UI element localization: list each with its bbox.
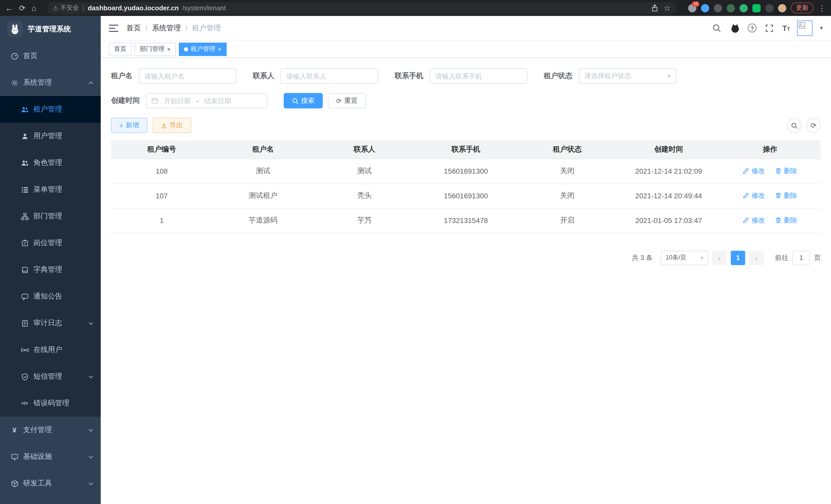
browser-home-icon[interactable]: ⌂	[32, 4, 36, 12]
help-icon[interactable]: ?	[748, 24, 756, 32]
profile-avatar-icon[interactable]	[778, 4, 786, 12]
extension-icon[interactable]	[714, 4, 722, 12]
delete-button[interactable]: 删除	[775, 167, 797, 176]
search-icon[interactable]	[711, 22, 722, 34]
font-size-icon[interactable]: TT	[782, 24, 790, 32]
edit-button[interactable]: 修改	[743, 167, 765, 176]
tab-dept[interactable]: 部门管理 ×	[135, 42, 176, 56]
browser-menu-icon[interactable]: ⋮	[818, 4, 826, 12]
tenant-name-input[interactable]	[139, 68, 236, 84]
table-header-cell: 联系手机	[415, 140, 517, 159]
date-end-input[interactable]	[201, 97, 235, 105]
add-button[interactable]: + 新增	[111, 118, 147, 133]
page-size-select[interactable]: 10条/页 ▾	[661, 250, 708, 265]
avatar[interactable]	[797, 20, 813, 36]
tab-home[interactable]: 首页	[109, 42, 132, 56]
tab-close-icon[interactable]: ×	[167, 46, 171, 52]
address-bar[interactable]: ⚠ 不安全 | dashboard.yudao.iocoder.cn /syst…	[47, 2, 677, 14]
extension-icon[interactable]: 10	[688, 4, 696, 12]
sidebar-item-post[interactable]: 岗位管理	[0, 230, 101, 256]
page-number-button[interactable]: 1	[731, 250, 745, 265]
book-icon	[21, 266, 29, 274]
github-icon[interactable]	[729, 22, 741, 34]
main-area: 首页 / 系统管理 / 租户管理 ?	[101, 16, 831, 504]
sidebar-item-infra[interactable]: 基础设施	[0, 443, 101, 470]
sidebar-item-label: 系统管理	[23, 78, 89, 87]
puzzle-extension-icon[interactable]	[765, 4, 773, 12]
phone-input[interactable]	[430, 68, 527, 84]
sidebar-item-role[interactable]: 角色管理	[0, 149, 101, 176]
sidebar-item-devtools[interactable]: 研发工具	[0, 470, 101, 497]
cell-contact: 测试	[314, 159, 415, 183]
export-button[interactable]: 导出	[152, 118, 191, 133]
contact-input[interactable]	[281, 68, 378, 84]
sidebar-item-dict[interactable]: 字典管理	[0, 256, 101, 283]
message-icon	[21, 292, 29, 301]
edit-button[interactable]: 修改	[743, 191, 765, 200]
tab-tenant[interactable]: 租户管理 ×	[179, 42, 227, 56]
delete-button[interactable]: 删除	[775, 191, 797, 200]
sidebar-item-tenant[interactable]: 租户管理	[0, 96, 101, 123]
page: ← ⟳ ⌂ ⚠ 不安全 | dashboard.yudao.iocoder.cn…	[0, 0, 831, 504]
reset-button[interactable]: ⟳ 重置	[328, 93, 366, 109]
sidebar-item-label: 研发工具	[23, 479, 89, 488]
sidebar-item-label: 首页	[23, 51, 92, 61]
tenant-name-label: 租户名	[111, 71, 133, 81]
browser-back-icon[interactable]: ←	[5, 4, 13, 12]
table-header-cell: 租户状态	[516, 140, 618, 159]
sidebar-item-errorcode[interactable]: </> 错误码管理	[0, 390, 101, 417]
app-header: 首页 / 系统管理 / 租户管理 ?	[101, 16, 831, 40]
extension-icon[interactable]	[701, 4, 709, 12]
cell-phone: 17321315478	[415, 208, 517, 233]
prev-page-button[interactable]: ‹	[712, 250, 727, 265]
cell-phone: 15601691300	[415, 183, 517, 208]
table-header-row: 租户编号 租户名 联系人 联系手机 租户状态 创建时间 操作	[111, 140, 821, 159]
sidebar-item-system[interactable]: 系统管理	[0, 69, 101, 96]
edit-button[interactable]: 修改	[743, 216, 765, 225]
app-title: 芋道管理系统	[28, 25, 71, 34]
extension-icon[interactable]	[727, 4, 735, 12]
sidebar-item-home[interactable]: 首页	[0, 42, 101, 69]
search-icon	[292, 97, 298, 104]
avatar-caret-icon[interactable]: ▾	[820, 25, 823, 31]
chevron-down-icon	[89, 454, 93, 458]
sidebar-item-dept[interactable]: 部门管理	[0, 203, 101, 230]
toggle-search-button[interactable]	[787, 118, 801, 132]
table-header-cell: 联系人	[314, 140, 415, 159]
date-start-input[interactable]	[160, 97, 194, 105]
share-icon[interactable]	[649, 2, 660, 13]
sidebar-item-label: 字典管理	[33, 265, 92, 274]
security-warning[interactable]: ⚠ 不安全	[53, 4, 79, 12]
dashboard-icon	[10, 52, 19, 60]
breadcrumb-system[interactable]: 系统管理	[152, 23, 181, 33]
browser-refresh-icon[interactable]: ⟳	[19, 4, 25, 12]
sidebar-item-label: 在线用户	[33, 345, 92, 355]
fullscreen-icon[interactable]	[764, 22, 775, 34]
extension-icon[interactable]	[752, 4, 761, 12]
tab-close-icon[interactable]: ×	[218, 46, 222, 52]
sidebar-item-payment[interactable]: ¥ 支付管理	[0, 417, 101, 443]
table-row: 107 测试租户 秃头 15601691300 关闭 2021-12-14 20…	[111, 183, 821, 208]
chrome-update-button[interactable]: 更新	[791, 3, 813, 13]
search-button[interactable]: 搜索	[284, 93, 323, 109]
next-page-button[interactable]: ›	[749, 250, 764, 265]
refresh-table-button[interactable]: ⟳	[806, 118, 821, 132]
page-size-value: 10条/页	[665, 253, 700, 262]
sidebar-item-menu[interactable]: 菜单管理	[0, 176, 101, 203]
cell-actions: 修改 删除	[719, 208, 821, 233]
sidebar-item-user[interactable]: 用户管理	[0, 123, 101, 149]
sidebar-collapse-icon[interactable]	[109, 24, 118, 32]
sidebar-item-sms[interactable]: 短信管理	[0, 363, 101, 390]
goto-page-input[interactable]	[793, 250, 810, 265]
status-select[interactable]: 请选择租户状态 ▾	[579, 68, 676, 84]
bookmark-star-icon[interactable]: ☆	[664, 4, 671, 12]
delete-button[interactable]: 删除	[775, 216, 797, 225]
app-logo[interactable]: 芋道管理系统	[0, 16, 101, 42]
cell-tenant-id: 108	[111, 159, 212, 183]
sidebar-item-notice[interactable]: 通知公告	[0, 283, 101, 310]
breadcrumb-home[interactable]: 首页	[126, 23, 141, 33]
sidebar-item-online[interactable]: 在线用户	[0, 336, 101, 363]
extension-icon[interactable]	[740, 4, 748, 12]
sidebar-item-auditlog[interactable]: 审计日志	[0, 310, 101, 336]
date-range-picker[interactable]: -	[146, 93, 267, 109]
